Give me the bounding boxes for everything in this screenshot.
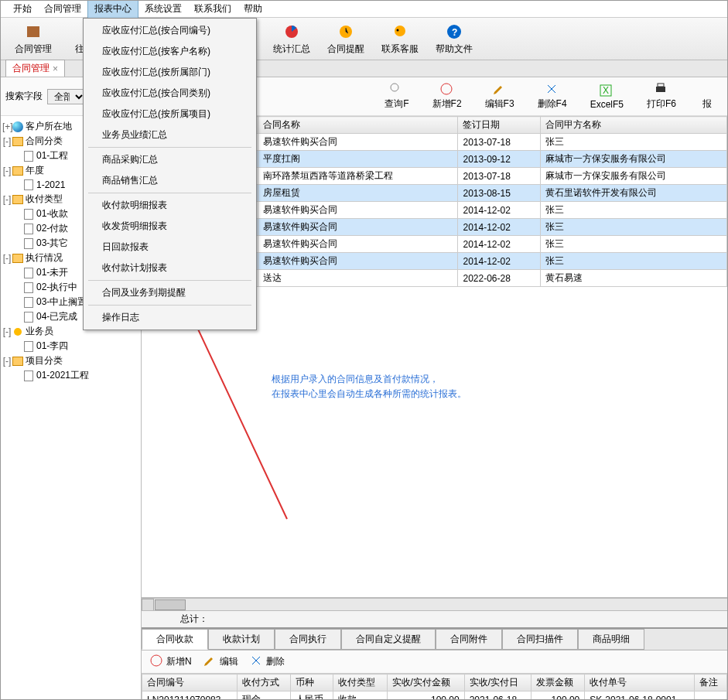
cell: 房屋租赁 [258, 185, 458, 202]
menu-5[interactable]: 帮助 [238, 0, 268, 18]
dropdown-item[interactable]: 操作日志 [85, 307, 255, 328]
scroll-thumb[interactable] [155, 599, 186, 610]
cell: 平度扛阁 [258, 151, 458, 168]
toolbar-帮助文件[interactable]: ?帮助文件 [428, 19, 480, 58]
subtab-5[interactable]: 合同扫描件 [502, 629, 578, 650]
dropdown-item[interactable]: 应收应付汇总(按合同类别) [85, 83, 255, 104]
tree-toggle-icon[interactable]: [-] [2, 194, 12, 205]
menu-1[interactable]: 合同管理 [38, 0, 87, 18]
menu-3[interactable]: 系统设置 [138, 0, 188, 18]
action-label: 报 [702, 97, 712, 111]
col-header[interactable]: 实收/实付日 [464, 674, 531, 691]
detail-header-row: 合同编号收付方式币种收付类型实收/实付金额实收/实付日发票金额收付单号备注 [142, 674, 727, 691]
cell: 收款 [333, 691, 387, 701]
tree-label: 项目分类 [26, 354, 63, 367]
dropdown-item[interactable]: 收发货明细报表 [85, 216, 255, 237]
subtab-0[interactable]: 合同收款 [142, 629, 208, 650]
person-icon [12, 326, 24, 338]
detail-panel: 合同收款收款计划合同执行合同自定义提醒合同附件合同扫描件商品明细 新增N编辑删除… [142, 627, 727, 700]
dropdown-item[interactable]: 应收应付汇总(按所属项目) [85, 104, 255, 125]
tree-label: 收付类型 [26, 193, 63, 206]
sub-action-删除[interactable]: 删除 [249, 654, 285, 670]
svg-point-6 [395, 26, 405, 36]
annotation-text: 根据用户录入的合同信息及首付款情况， 在报表中心里会自动生成各种所需的统计报表。 [272, 372, 467, 401]
svg-rect-15 [656, 87, 665, 92]
search-label: 搜索字段 [5, 90, 43, 103]
action-报[interactable]: 报 [699, 82, 715, 111]
sub-action-编辑[interactable]: 编辑 [203, 654, 238, 670]
action-label: ExcelF5 [590, 99, 624, 110]
tree-label: 01-未开 [36, 266, 68, 279]
action-查询F[interactable]: 查询F [385, 82, 408, 111]
toolbar-合同提醒[interactable]: 合同提醒 [320, 19, 372, 58]
col-header[interactable]: 收付类型 [333, 674, 387, 691]
dropdown-item[interactable]: 应收应付汇总(按客户名称) [85, 41, 255, 62]
detail-table: 合同编号收付方式币种收付类型实收/实付金额实收/实付日发票金额收付单号备注 LN… [142, 674, 727, 700]
tree-node[interactable]: 01-李四 [2, 339, 139, 353]
tree-toggle-icon[interactable]: [-] [2, 326, 12, 337]
dropdown-item[interactable]: 日回款报表 [85, 237, 255, 258]
tree-label: 合同分类 [26, 135, 63, 148]
menu-2[interactable]: 报表中心 [87, 0, 138, 19]
subtab-1[interactable]: 收款计划 [208, 629, 275, 650]
toolbar-统计汇总[interactable]: 统计汇总 [265, 19, 318, 58]
col-header[interactable]: 签订日期 [458, 117, 540, 134]
col-header[interactable]: 备注 [695, 674, 727, 691]
h-scrollbar[interactable] [142, 598, 727, 610]
dropdown-item[interactable]: 商品销售汇总 [85, 170, 255, 191]
tree-node[interactable]: [-]项目分类 [2, 353, 139, 368]
tab-contract-mgmt[interactable]: 合同管理 × [5, 60, 65, 77]
close-icon[interactable]: × [53, 63, 58, 74]
col-header[interactable]: 收付方式 [237, 674, 290, 691]
sum-label: 总计： [180, 613, 208, 626]
dropdown-item[interactable]: 商品采购汇总 [85, 149, 255, 170]
toolbar-label: 合同管理 [15, 43, 52, 56]
col-header[interactable]: 合同编号 [142, 674, 238, 691]
subtab-4[interactable]: 合同附件 [436, 629, 502, 650]
menu-4[interactable]: 联系我们 [188, 0, 238, 18]
menu-0[interactable]: 开始 [7, 0, 38, 18]
toolbar-合同管理[interactable]: 合同管理 [7, 19, 60, 58]
scroll-left-icon[interactable] [142, 599, 154, 611]
table-row[interactable]: LN201311070083现金人民币收款-100.002021-06-18-1… [142, 691, 727, 701]
dropdown-item[interactable]: 收付款计划报表 [85, 258, 255, 278]
doc-icon [22, 179, 35, 191]
edit-icon [203, 654, 217, 670]
tree-toggle-icon[interactable]: [+] [2, 121, 12, 132]
tree-toggle-icon[interactable]: [-] [2, 136, 12, 147]
col-header[interactable]: 合同甲方名称 [540, 117, 726, 134]
search-field-select[interactable]: 全部 [47, 89, 86, 104]
col-header[interactable]: 合同名称 [258, 117, 458, 134]
tree-toggle-icon[interactable]: [-] [2, 166, 12, 176]
action-打印F6[interactable]: 打印F6 [647, 82, 676, 111]
toolbar-label: 统计汇总 [273, 43, 310, 56]
tree-node[interactable]: 01-2021工程 [2, 368, 139, 383]
tree-toggle-icon[interactable]: [-] [2, 356, 12, 367]
dropdown-item[interactable]: 收付款明细报表 [85, 195, 255, 216]
action-删除F4[interactable]: 删除F4 [538, 82, 567, 111]
cell: 2013-08-15 [458, 185, 540, 202]
cell: 张三 [540, 134, 726, 151]
col-header[interactable]: 收付单号 [585, 674, 695, 691]
col-header[interactable]: 币种 [290, 674, 333, 691]
dropdown-item[interactable]: 应收应付汇总(按合同编号) [85, 20, 255, 41]
dropdown-item[interactable]: 业务员业绩汇总 [85, 125, 255, 145]
tree-toggle-icon[interactable]: [-] [2, 253, 12, 264]
action-新增F2[interactable]: 新增F2 [432, 82, 462, 111]
doc-icon [22, 237, 35, 250]
col-header[interactable]: 实收/实付金额 [387, 674, 464, 691]
subtab-3[interactable]: 合同自定义提醒 [341, 629, 436, 650]
action-编辑F3[interactable]: 编辑F3 [485, 82, 514, 111]
action-ExcelF5[interactable]: XExcelF5 [590, 84, 624, 110]
dropdown-item[interactable]: 合同及业务到期提醒 [85, 282, 255, 303]
excel-icon: X [599, 84, 614, 99]
subtab-6[interactable]: 商品明细 [578, 629, 644, 650]
dropdown-item[interactable]: 应收应付汇总(按所属部门) [85, 62, 255, 83]
subtab-2[interactable]: 合同执行 [275, 629, 341, 650]
toolbar-联系客服[interactable]: 联系客服 [374, 19, 426, 58]
svg-point-11 [391, 84, 398, 91]
cell: 张三 [540, 219, 726, 236]
sub-action-新增N[interactable]: 新增N [149, 654, 192, 670]
cell: 南环路禁垣西路等道路桥梁工程 [258, 168, 458, 185]
col-header[interactable]: 发票金额 [531, 674, 585, 691]
